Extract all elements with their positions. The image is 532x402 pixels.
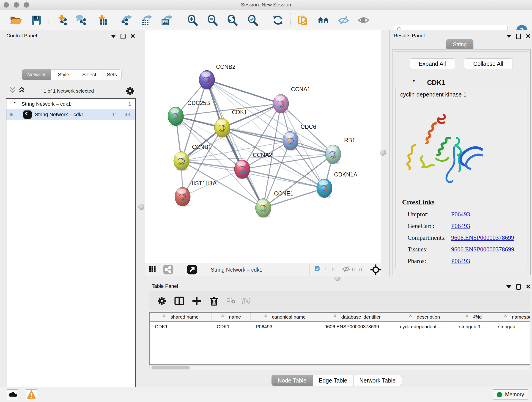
column-header-canonical-name[interactable]: canonical name xyxy=(251,313,319,321)
tab-network-table[interactable]: Network Table xyxy=(354,375,402,386)
edge-CCNB2-CCNA1[interactable] xyxy=(207,80,281,104)
column-header-description[interactable]: description xyxy=(395,313,454,321)
node-HIST1H1A[interactable]: HIST1H1A xyxy=(175,180,217,206)
results-panel-close-button[interactable]: ✕ xyxy=(526,33,531,39)
crosslink-value-link[interactable]: P06493 xyxy=(451,211,470,218)
table-cell[interactable]: stringdb:9... xyxy=(454,322,493,332)
delete-column-icon[interactable] xyxy=(208,295,220,307)
main-toolbar: ? xyxy=(0,10,532,30)
table-cell[interactable]: cyclin-dependent ... xyxy=(395,322,454,332)
network-canvas[interactable]: CCNB2CCNA1CDC25BCDK1CDC6RB1CCNB1CCNA2CDK… xyxy=(145,30,381,263)
toolbar-separator xyxy=(116,13,116,27)
cloud-button[interactable] xyxy=(7,389,18,400)
node-label-CCNA2: CCNA2 xyxy=(253,152,272,158)
save-icon[interactable] xyxy=(30,14,42,26)
zoom-in-icon[interactable] xyxy=(186,14,199,26)
column-header-id[interactable]: @id xyxy=(454,313,493,321)
houses-icon[interactable] xyxy=(317,14,329,26)
crosslink-value-link[interactable]: P06493 xyxy=(451,223,470,230)
collection-expand-icon[interactable] xyxy=(13,102,19,107)
tab-node-table[interactable]: Node Table xyxy=(272,375,313,386)
network-row[interactable]: String Network – cdk1 11 48 xyxy=(6,109,135,120)
node-label-CDK1: CDK1 xyxy=(232,109,247,115)
right-splitter-handle[interactable] xyxy=(380,150,386,156)
tab-style[interactable]: Style xyxy=(51,70,76,80)
selected-nodes-icon[interactable] xyxy=(315,265,322,275)
node-CCNA1[interactable]: CCNA1 xyxy=(273,86,310,114)
network-collection-row[interactable]: String Network – cdk1 1 xyxy=(6,99,135,109)
table-cell[interactable]: CDK1 xyxy=(212,322,251,332)
memory-button[interactable]: Memory xyxy=(493,389,528,400)
table-cell[interactable]: stringdb xyxy=(493,322,530,332)
tab-edge-table[interactable]: Edge Table xyxy=(313,375,354,386)
tab-string[interactable]: String xyxy=(446,39,473,50)
column-header-database-identifier[interactable]: database identifier xyxy=(319,313,395,321)
table-row[interactable]: CDK1CDK1P064939606.ENSP00000378699cyclin… xyxy=(150,322,530,332)
folder-open-icon[interactable] xyxy=(9,14,22,26)
delete-table-icon xyxy=(225,295,237,307)
results-panel-maximize-button[interactable] xyxy=(516,34,521,39)
eye-icon[interactable] xyxy=(357,14,370,26)
node-CDKN1A[interactable]: CDKN1A xyxy=(317,171,357,198)
crosslink-value-link[interactable]: P06493 xyxy=(451,258,470,265)
edge-CCNB2-RB1[interactable] xyxy=(207,80,333,154)
tab-sets[interactable]: Sets xyxy=(102,70,122,80)
export-network-icon[interactable] xyxy=(120,14,133,26)
network-tree: String Network – cdk1 1 String Network –… xyxy=(6,98,136,402)
add-column-icon[interactable] xyxy=(190,295,203,307)
show-columns-icon[interactable] xyxy=(173,295,185,307)
zoom-selected-icon[interactable] xyxy=(247,14,259,26)
tab-network[interactable]: Network xyxy=(22,70,51,80)
results-buttons-box: Expand All Collapse All xyxy=(394,51,529,75)
column-header-shared-name[interactable]: shared name xyxy=(150,313,212,321)
export-table-icon[interactable] xyxy=(140,14,152,26)
refresh-icon[interactable] xyxy=(272,14,284,26)
column-type-icon xyxy=(163,314,168,319)
import-database-icon[interactable] xyxy=(75,14,87,26)
zoom-fit-icon[interactable] xyxy=(226,14,239,26)
results-panel-float-button[interactable] xyxy=(506,35,511,38)
hidden-elements-icon[interactable] xyxy=(342,265,351,275)
node-table[interactable]: shared namenamecanonical namedatabase id… xyxy=(149,312,530,365)
table-options-gear-icon[interactable] xyxy=(156,295,168,307)
crosslink-value-link[interactable]: 9606.ENSP00000378699 xyxy=(451,234,514,241)
bottom-splitter-handle[interactable] xyxy=(335,277,341,281)
left-splitter-handle[interactable] xyxy=(138,204,144,210)
node-RB1[interactable]: RB1 xyxy=(325,137,355,164)
export-image-icon[interactable] xyxy=(160,14,172,26)
control-panel-float-button[interactable] xyxy=(111,35,116,38)
table-cell[interactable]: 9606.ENSP00000378699 xyxy=(319,322,395,332)
network-view-icon[interactable] xyxy=(163,265,174,275)
column-header-namespace[interactable]: namespace xyxy=(493,313,530,321)
control-panel-close-button[interactable]: ✕ xyxy=(130,33,135,39)
detach-view-icon[interactable] xyxy=(187,265,197,275)
edge-CCNB2-CCNE1[interactable] xyxy=(207,80,263,208)
table-panel-close-button[interactable]: ✕ xyxy=(526,284,531,290)
edge-CCNA2-CDKN1A[interactable] xyxy=(242,169,324,188)
control-panel-maximize-button[interactable] xyxy=(120,34,126,39)
table-panel-maximize-button[interactable] xyxy=(516,284,521,290)
column-header-name[interactable]: name xyxy=(212,313,251,321)
gene-section-header[interactable]: CDK1 xyxy=(394,77,529,88)
eye-slash-icon[interactable] xyxy=(337,14,350,26)
network-options-gear-icon[interactable] xyxy=(125,85,136,96)
grid-view-icon[interactable] xyxy=(148,265,158,275)
warnings-button[interactable] xyxy=(26,389,37,400)
table-hscrollbar[interactable] xyxy=(149,365,530,370)
zoom-out-icon[interactable] xyxy=(206,14,219,26)
gene-name: CDK1 xyxy=(427,79,445,86)
gene-collapse-icon[interactable] xyxy=(412,80,418,85)
edge-CDKN1A-CCNE1[interactable] xyxy=(263,188,324,208)
birds-eye-view-icon[interactable] xyxy=(370,265,381,275)
table-panel-float-button[interactable] xyxy=(506,285,511,288)
expand-all-button[interactable]: Expand All xyxy=(410,58,455,69)
copy-network-icon[interactable] xyxy=(297,14,309,26)
import-network-icon[interactable] xyxy=(56,14,68,26)
crosslink-value-link[interactable]: 9606.ENSP00000378699 xyxy=(451,246,514,253)
table-hscrollbar-thumb[interactable] xyxy=(152,366,190,370)
import-table-icon[interactable] xyxy=(96,14,108,26)
table-cell[interactable]: CDK1 xyxy=(150,322,212,332)
collapse-all-button[interactable]: Collapse All xyxy=(464,58,513,69)
table-cell[interactable]: P06493 xyxy=(251,322,319,332)
tab-select[interactable]: Select xyxy=(76,70,102,80)
